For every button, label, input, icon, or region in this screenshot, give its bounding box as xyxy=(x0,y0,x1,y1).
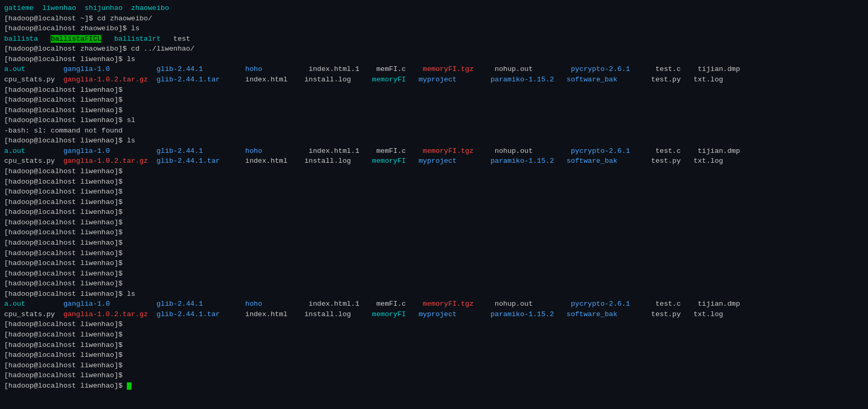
cmd-ls-liwenhao3: [hadoop@localhost liwenhao]$ ls xyxy=(4,289,864,299)
file-glib-tar2: glib-2.44.1.tar xyxy=(157,157,220,165)
file-indexhtml1: index.html xyxy=(245,76,288,83)
file-ganglia2: ganglia-1.0 xyxy=(63,147,110,155)
file-glib-tar1: glib-2.44.1.tar xyxy=(157,76,220,83)
file-myproject3: myproject xyxy=(419,310,457,318)
file-pycrypto2: pycrypto-2.6.1 xyxy=(571,147,630,155)
file-nohup3: nohup.out xyxy=(495,300,533,308)
ls-zhaoweibo-row1: ballista ballistaFICL ballistalrt test xyxy=(4,34,864,44)
file-nohup2: nohup.out xyxy=(495,147,533,155)
file-ganglia-tar3: ganglia-1.0.2.tar.gz xyxy=(63,310,148,318)
file-testpy3: test.py xyxy=(651,310,681,318)
cmd-ls-liwenhao1: [hadoop@localhost liwenhao]$ ls xyxy=(4,54,864,65)
prompt-blank-12: [hadoop@localhost liwenhao]$ xyxy=(4,248,864,259)
file-softwarebak1: software_bak xyxy=(567,76,617,83)
file-txtlog3: txt.log xyxy=(694,310,723,318)
file-glib-tar3: glib-2.44.1.tar xyxy=(157,310,220,318)
file-ganglia-tar2: ganglia-1.0.2.tar.gz xyxy=(63,157,148,165)
file-indexhtml1-3: index.html.1 xyxy=(308,300,359,308)
cmd-ls-zhaoweibo: [hadoop@localhost zhaoweibo]$ ls xyxy=(4,23,864,34)
file-memoryfi-tgz2: memoryFI.tgz xyxy=(423,147,473,155)
cmd-ls-liwenhao2: [hadoop@localhost liwenhao]$ ls xyxy=(4,136,864,146)
prompt-blank-11: [hadoop@localhost liwenhao]$ xyxy=(4,238,864,248)
cmd-cd-liwenhao: [hadoop@localhost zhaoweibo]$ cd ../liwe… xyxy=(4,44,864,54)
file-cpustats2: cpu_stats.py xyxy=(4,157,55,165)
file-memoryfi-tgz1: memoryFI.tgz xyxy=(423,65,473,73)
file-memfi1: memFI.c xyxy=(376,65,406,73)
cmd-cd-zhaoweibo: [hadoop@localhost ~]$ cd zhaoweibo/ xyxy=(4,14,864,24)
file-ballistalrt: ballistalrt xyxy=(114,35,161,43)
file-tijian3: tijian.dmp xyxy=(698,300,740,308)
file-cpustats3: cpu_stats.py xyxy=(4,310,55,318)
prompt-blank-15: [hadoop@localhost liwenhao]$ xyxy=(4,279,864,289)
sl-error: -bash: sl: command not found xyxy=(4,126,864,136)
prompt-blank-20: [hadoop@localhost liwenhao]$ xyxy=(4,360,864,371)
file-memoryfi3: memoryFI xyxy=(372,310,406,318)
ls-liwenhao-row1b: a.out ganglia-1.0 glib-2.44.1 hoho index… xyxy=(4,146,864,157)
file-ballista: ballista xyxy=(4,35,38,43)
prompt-blank-21: [hadoop@localhost liwenhao]$ xyxy=(4,370,864,381)
prompt-blank-1: [hadoop@localhost liwenhao]$ xyxy=(4,85,864,95)
prompt-blank-14: [hadoop@localhost liwenhao]$ xyxy=(4,269,864,279)
ls-liwenhao-row1c: a.out ganglia-1.0 glib-2.44.1 hoho index… xyxy=(4,299,864,309)
ls-liwenhao-row2c: cpu_stats.py ganglia-1.0.2.tar.gz glib-2… xyxy=(4,309,864,320)
file-memfi2: memFI.c xyxy=(376,147,406,155)
file-glib3: glib-2.44.1 xyxy=(157,300,203,308)
active-prompt-line[interactable]: [hadoop@localhost liwenhao]$ xyxy=(4,381,864,391)
prompt-blank-2: [hadoop@localhost liwenhao]$ xyxy=(4,95,864,105)
file-memfi3: memFI.c xyxy=(376,300,406,308)
file-ganglia3: ganglia-1.0 xyxy=(63,300,110,308)
file-glib1: glib-2.44.1 xyxy=(157,65,203,73)
file-softwarebak3: software_bak xyxy=(567,310,617,318)
file-installlog3: install.log xyxy=(304,310,351,318)
file-hoho3: hoho xyxy=(245,300,262,308)
file-cpustats1: cpu_stats.py xyxy=(4,76,55,83)
file-nohup1: nohup.out xyxy=(495,65,533,73)
prompt-blank-4: [hadoop@localhost liwenhao]$ xyxy=(4,166,864,177)
prompt-blank-13: [hadoop@localhost liwenhao]$ xyxy=(4,258,864,269)
dir-zhaoweibo: zhaoweibo xyxy=(131,4,169,12)
prompt-blank-7: [hadoop@localhost liwenhao]$ xyxy=(4,197,864,208)
file-testc3: test.c xyxy=(656,300,681,308)
file-testc1: test.c xyxy=(656,65,681,73)
file-pycrypto3: pycrypto-2.6.1 xyxy=(571,300,630,308)
file-myproject2: myproject xyxy=(419,157,457,165)
ls-liwenhao-row2: cpu_stats.py ganglia-1.0.2.tar.gz glib-2… xyxy=(4,75,864,85)
file-txtlog1: txt.log xyxy=(694,76,723,83)
file-paramiko2: paramiko-1.15.2 xyxy=(491,157,554,165)
file-testpy2: test.py xyxy=(651,157,681,165)
prompt-blank-9: [hadoop@localhost liwenhao]$ xyxy=(4,218,864,228)
file-indexhtml1-1: index.html.1 xyxy=(308,65,359,73)
file-aout2: a.out xyxy=(4,147,26,155)
ls-liwenhao-row2b: cpu_stats.py ganglia-1.0.2.tar.gz glib-2… xyxy=(4,156,864,166)
prompt-blank-10: [hadoop@localhost liwenhao]$ xyxy=(4,227,864,238)
prompt-blank-3: [hadoop@localhost liwenhao]$ xyxy=(4,105,864,116)
file-memoryfi1: memoryFI xyxy=(372,76,406,83)
file-testc2: test.c xyxy=(656,147,681,155)
file-myproject1: myproject xyxy=(419,76,457,83)
file-ganglia-tar1: ganglia-1.0.2.tar.gz xyxy=(63,76,148,83)
terminal: gatieme liwenhao shijunhao zhaoweibo [ha… xyxy=(4,3,864,409)
file-indexhtml2: index.html xyxy=(245,157,288,165)
dir-gatieme: gatieme xyxy=(4,4,34,12)
prompt-blank-16: [hadoop@localhost liwenhao]$ xyxy=(4,319,864,330)
file-test: test xyxy=(173,35,190,43)
prompt-blank-8: [hadoop@localhost liwenhao]$ xyxy=(4,207,864,218)
file-installlog2: install.log xyxy=(304,157,351,165)
file-memoryfi-tgz3: memoryFI.tgz xyxy=(423,300,473,308)
cmd-sl: [hadoop@localhost liwenhao]$ sl xyxy=(4,115,864,126)
prompt-blank-6: [hadoop@localhost liwenhao]$ xyxy=(4,187,864,197)
prompt-blank-19: [hadoop@localhost liwenhao]$ xyxy=(4,350,864,360)
file-memoryfi2: memoryFI xyxy=(372,157,406,165)
cursor xyxy=(127,382,132,390)
dir-list-line: gatieme liwenhao shijunhao zhaoweibo xyxy=(4,3,864,14)
prompt-blank-18: [hadoop@localhost liwenhao]$ xyxy=(4,340,864,351)
ls-liwenhao-row1: a.out ganglia-1.0 glib-2.44.1 hoho index… xyxy=(4,64,864,75)
file-installlog1: install.log xyxy=(304,76,351,83)
file-hoho2: hoho xyxy=(245,147,262,155)
file-paramiko3: paramiko-1.15.2 xyxy=(491,310,554,318)
file-indexhtml1-2: index.html.1 xyxy=(308,147,359,155)
dir-liwenhao: liwenhao xyxy=(42,4,76,12)
file-testpy1: test.py xyxy=(651,76,681,83)
prompt-blank-17: [hadoop@localhost liwenhao]$ xyxy=(4,330,864,340)
file-hoho1: hoho xyxy=(245,65,262,73)
